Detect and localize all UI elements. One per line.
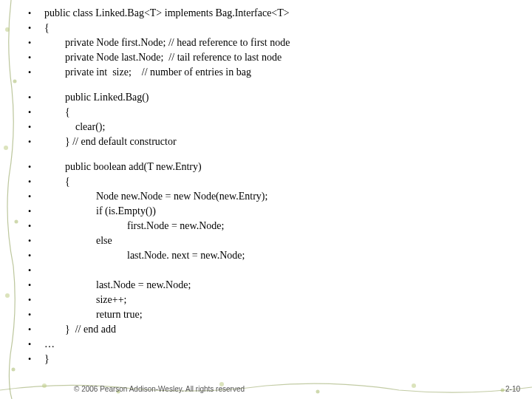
code-line: • else (28, 233, 501, 248)
code-line: • { (28, 174, 501, 189)
code-text: else (44, 233, 112, 248)
bullet-icon: • (28, 219, 44, 233)
code-line: • private Node first.Node; // head refer… (28, 35, 501, 50)
bullet-icon: • (28, 322, 44, 337)
code-text: clear(); (44, 120, 105, 134)
code-line: •{ (28, 21, 501, 35)
code-line: •} (28, 352, 501, 366)
bullet-icon: • (28, 120, 44, 134)
copyright-text: © 2006 Pearson Addison-Wesley. All right… (74, 385, 245, 393)
code-text: Node new.Node = new Node(new.Entry); (44, 189, 267, 204)
bullet-icon: • (28, 50, 44, 65)
code-line: • } // end add (28, 322, 501, 337)
code-line: • last.Node. next = new.Node; (28, 248, 501, 263)
code-text: last.Node. next = new.Node; (44, 248, 245, 263)
code-text: private Node first.Node; // head referen… (44, 35, 290, 50)
svg-point-0 (5, 27, 10, 32)
code-text: public class Linked.Bag<T> implements Ba… (44, 6, 290, 21)
blank-gap (28, 149, 501, 160)
svg-point-9 (316, 390, 320, 394)
code-text: { (44, 105, 70, 120)
svg-point-10 (412, 383, 416, 388)
code-line: • Node new.Node = new Node(new.Entry); (28, 189, 501, 204)
code-text: } // end default constructor (44, 134, 177, 149)
svg-point-1 (13, 80, 17, 83)
slide: •public class Linked.Bag<T> implements B… (0, 0, 532, 399)
bullet-icon: • (28, 263, 44, 278)
svg-point-4 (5, 293, 10, 298)
code-content: •public class Linked.Bag<T> implements B… (28, 6, 501, 366)
code-line: • return true; (28, 307, 501, 322)
code-text: { (44, 21, 50, 35)
code-line: • { (28, 105, 501, 120)
bullet-icon: • (28, 65, 44, 80)
code-text: } (44, 352, 50, 366)
code-text: } // end add (44, 322, 116, 337)
bullet-icon: • (28, 293, 44, 307)
code-text: if (is.Empty()) (44, 204, 156, 219)
svg-point-5 (12, 368, 16, 372)
code-line: • private int size; // number of entries… (28, 65, 501, 80)
bullet-icon: • (28, 233, 44, 248)
code-text: public boolean add(T new.Entry) (44, 160, 202, 174)
blank-gap (28, 80, 501, 90)
bullet-icon: • (28, 352, 44, 366)
code-line: • public Linked.Bag() (28, 90, 501, 105)
code-text: … (44, 337, 55, 352)
bullet-icon: • (28, 90, 44, 105)
code-text: last.Node = new.Node; (44, 278, 191, 293)
code-line: • (28, 263, 501, 278)
bullet-icon: • (28, 35, 44, 50)
code-line: • public boolean add(T new.Entry) (28, 160, 501, 174)
code-line: • size++; (28, 293, 501, 307)
bullet-icon: • (28, 307, 44, 322)
code-line: •… (28, 337, 501, 352)
bullet-icon: • (28, 174, 44, 189)
code-text: return true; (44, 307, 143, 322)
code-text: size++; (44, 293, 126, 307)
svg-point-6 (42, 383, 47, 388)
code-line: • } // end default constructor (28, 134, 501, 149)
code-text: private int size; // number of entries i… (44, 65, 251, 80)
code-text: private Node last.Node; // tail referenc… (44, 50, 282, 65)
svg-point-11 (501, 389, 505, 392)
code-text: first.Node = new.Node; (44, 219, 224, 233)
svg-point-3 (15, 220, 18, 224)
code-line: • first.Node = new.Node; (28, 219, 501, 233)
code-line: • last.Node = new.Node; (28, 278, 501, 293)
code-line: •public class Linked.Bag<T> implements B… (28, 6, 501, 21)
code-text: { (44, 174, 70, 189)
page-number: 2-10 (505, 385, 520, 393)
bullet-icon: • (28, 105, 44, 120)
decor-left-vine (0, 0, 22, 399)
bullet-icon: • (28, 160, 44, 174)
code-text: public Linked.Bag() (44, 90, 149, 105)
bullet-icon: • (28, 6, 44, 21)
code-line: • clear(); (28, 120, 501, 134)
code-line: • private Node last.Node; // tail refere… (28, 50, 501, 65)
bullet-icon: • (28, 189, 44, 204)
bullet-icon: • (28, 204, 44, 219)
bullet-icon: • (28, 278, 44, 293)
code-line: • if (is.Empty()) (28, 204, 501, 219)
svg-point-2 (4, 146, 8, 150)
bullet-icon: • (28, 337, 44, 352)
bullet-icon: • (28, 134, 44, 149)
bullet-icon: • (28, 21, 44, 35)
bullet-icon: • (28, 248, 44, 263)
